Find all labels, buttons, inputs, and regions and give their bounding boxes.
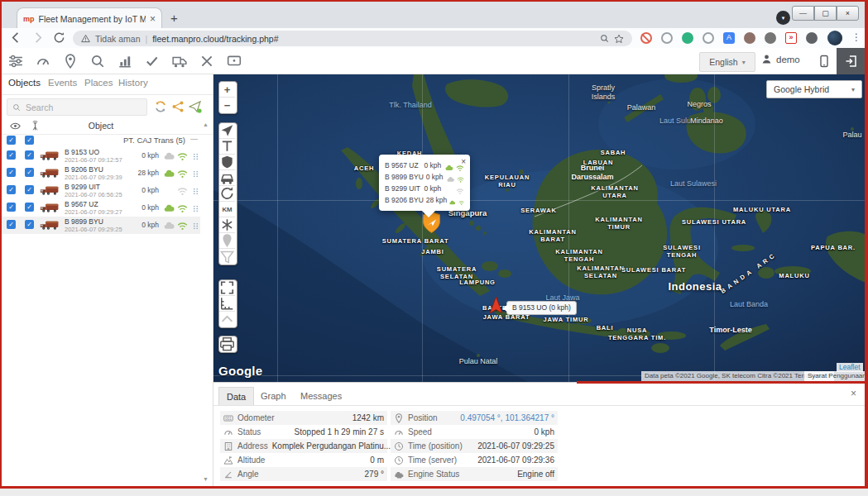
layer-selector[interactable]: Google Hybrid ▾ xyxy=(766,80,862,98)
group-row[interactable]: ✓ ✓ PT. CAJ Trans (5) — xyxy=(2,134,200,147)
visibility-checkbox[interactable]: ✓ xyxy=(7,150,16,160)
vehicle-row[interactable]: ✓ ✓ B 9299 UIT 2021-06-07 06:56:25 0 kph xyxy=(2,182,200,199)
address-bar[interactable]: Tidak aman | fleet.manpro.cloud/tracking… xyxy=(73,31,632,46)
vehicle-menu-button[interactable] xyxy=(192,168,199,179)
tab-history[interactable]: History xyxy=(118,78,148,88)
bird-extension-icon[interactable] xyxy=(682,32,693,44)
zoom-in-button[interactable]: + xyxy=(219,82,235,98)
print-map-button[interactable] xyxy=(219,336,235,352)
fast-forward-extension-icon[interactable]: » xyxy=(785,32,797,44)
follow-checkbox[interactable]: ✓ xyxy=(25,220,34,229)
eye-icon[interactable] xyxy=(10,120,21,131)
visibility-checkbox[interactable]: ✓ xyxy=(7,220,16,229)
visibility-checkbox[interactable]: ✓ xyxy=(7,203,16,212)
labels-button[interactable] xyxy=(219,139,235,155)
scroll-up-icon[interactable]: ▲ xyxy=(203,122,209,127)
media-extension-icon[interactable] xyxy=(744,32,755,44)
user-menu[interactable]: demo xyxy=(761,54,800,64)
tab-events[interactable]: Events xyxy=(48,78,77,88)
send-command-icon[interactable] xyxy=(189,100,202,113)
vehicle-row[interactable]: ✓ ✓ B 9567 UZ 2021-06-07 09:29:27 0 kph xyxy=(2,199,200,217)
follow-checkbox[interactable]: ✓ xyxy=(25,168,34,177)
follow-checkbox[interactable]: ✓ xyxy=(25,203,34,212)
group-visibility-checkbox[interactable]: ✓ xyxy=(7,136,16,145)
popup-vehicle-row[interactable]: B 9206 BYU 28 kph xyxy=(385,194,464,206)
tab-places[interactable]: Places xyxy=(84,78,113,88)
vehicle-menu-button[interactable] xyxy=(192,203,199,213)
tab-close-icon[interactable]: × xyxy=(150,13,156,25)
vehicle-menu-button[interactable] xyxy=(192,185,199,196)
vehicle-menu-button[interactable] xyxy=(192,220,199,231)
add-marker-button[interactable] xyxy=(219,233,235,249)
signal-antenna-icon[interactable] xyxy=(30,120,41,131)
browser-menu-icon[interactable]: ⋮ xyxy=(851,31,861,43)
search-input[interactable] xyxy=(24,102,141,113)
live-refresh-button[interactable] xyxy=(219,186,235,202)
language-select[interactable]: English ▾ xyxy=(699,52,755,72)
visibility-checkbox[interactable]: ✓ xyxy=(7,185,16,194)
sync-objects-icon[interactable] xyxy=(154,100,167,113)
forward-icon[interactable] xyxy=(31,31,44,44)
zoom-out-button[interactable]: − xyxy=(219,98,235,113)
follow-checkbox[interactable]: ✓ xyxy=(25,150,34,160)
url-text[interactable]: fleet.manpro.cloud/tracking.php# xyxy=(152,34,278,44)
traffic-button[interactable] xyxy=(219,170,235,186)
tab-messages[interactable]: Messages xyxy=(293,387,349,405)
snap-button[interactable] xyxy=(219,217,235,233)
share-objects-icon[interactable] xyxy=(171,100,185,113)
panel-close-icon[interactable]: × xyxy=(851,388,856,399)
tab-data[interactable]: Data xyxy=(218,387,254,405)
marker-label[interactable]: B 9153 UO (0 kph) xyxy=(506,301,577,315)
tasks-button[interactable] xyxy=(145,54,160,69)
measure-button[interactable] xyxy=(219,296,235,312)
popup-vehicle-row[interactable]: B 9899 BYU 0 kph xyxy=(385,171,464,183)
group-follow-checkbox[interactable]: ✓ xyxy=(25,136,34,145)
blocker-extension-icon[interactable] xyxy=(640,32,652,44)
map[interactable]: Tlk. ThailandSpratlyIslandsPalawanNegros… xyxy=(213,74,866,382)
group-collapse-icon[interactable]: — xyxy=(190,135,198,143)
popup-vehicle-row[interactable]: B 9567 UZ 0 kph xyxy=(385,160,464,171)
filter-button[interactable] xyxy=(219,249,235,265)
browser-update-icon[interactable]: ▾ xyxy=(776,11,790,25)
popup-vehicle-row[interactable]: B 9299 UIT 0 kph xyxy=(385,183,464,194)
profile-avatar[interactable] xyxy=(827,31,842,45)
reload-icon[interactable] xyxy=(53,31,65,44)
close-button[interactable]: × xyxy=(837,6,859,21)
dashboard-button[interactable] xyxy=(36,54,50,69)
translate-extension-icon[interactable]: A xyxy=(723,32,735,44)
terms-link[interactable]: Syarat Penggunaan xyxy=(804,371,866,381)
clusters-button[interactable] xyxy=(219,155,235,170)
back-icon[interactable] xyxy=(10,31,22,44)
objects-button[interactable] xyxy=(172,54,187,69)
places-button[interactable] xyxy=(63,54,78,69)
vehicle-row[interactable]: ✓ ✓ B 9899 BYU 2021-06-07 09:29:25 0 kph xyxy=(2,217,200,234)
distance-button[interactable]: KM xyxy=(219,202,235,217)
minimize-button[interactable]: — xyxy=(792,6,814,21)
visibility-checkbox[interactable]: ✓ xyxy=(7,168,16,177)
security-label[interactable]: Tidak aman xyxy=(95,34,140,44)
vehicle-menu-button[interactable] xyxy=(192,150,199,161)
menu-button[interactable] xyxy=(8,54,23,69)
monitoring-button[interactable] xyxy=(227,54,242,69)
search-button[interactable] xyxy=(90,54,105,69)
puzzle-extension-icon[interactable] xyxy=(806,32,818,44)
tab-graph[interactable]: Graph xyxy=(253,387,294,405)
follow-button[interactable] xyxy=(219,123,235,139)
vehicle-marker[interactable] xyxy=(490,297,502,313)
globe-extension-icon[interactable] xyxy=(703,32,714,44)
popup-close-icon[interactable]: × xyxy=(461,157,466,166)
data-value[interactable]: 0.497054 °, 101.364217 ° xyxy=(442,413,554,422)
scroll-down-icon[interactable]: ▼ xyxy=(203,476,209,482)
tools-button[interactable] xyxy=(199,54,214,69)
fullscreen-button[interactable] xyxy=(219,280,235,296)
new-tab-button[interactable]: + xyxy=(170,11,178,26)
browser-tab[interactable]: mp Fleet Management by IoT Manpr × xyxy=(17,7,162,30)
record-extension-icon[interactable] xyxy=(661,32,673,44)
search-icon[interactable] xyxy=(600,34,609,43)
bookmark-star-icon[interactable] xyxy=(614,34,624,44)
mobile-view-icon[interactable] xyxy=(818,54,831,69)
logout-button[interactable] xyxy=(837,48,866,74)
print-extension-icon[interactable] xyxy=(765,32,776,44)
vehicle-row[interactable]: ✓ ✓ B 9206 BYU 2021-06-07 09:29:39 28 kp… xyxy=(2,165,200,182)
follow-checkbox[interactable]: ✓ xyxy=(25,185,34,194)
